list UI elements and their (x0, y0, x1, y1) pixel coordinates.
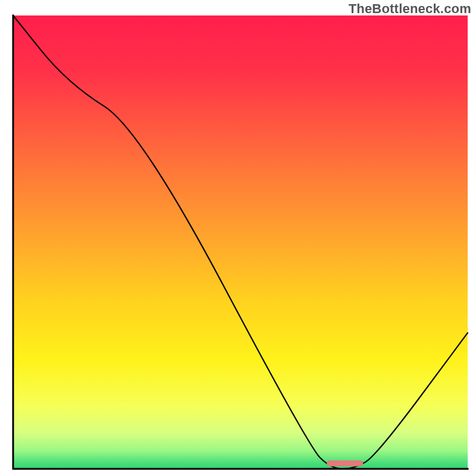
plot-background (13, 15, 468, 469)
optimal-marker (327, 461, 363, 466)
chart-container: TheBottleneck.com (0, 0, 476, 476)
bottleneck-chart (0, 0, 476, 476)
